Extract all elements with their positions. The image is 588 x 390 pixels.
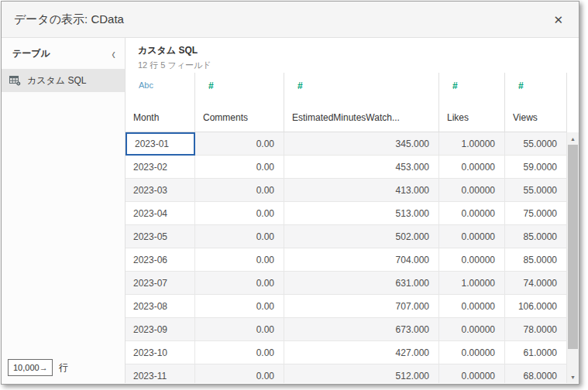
table-cell[interactable]: 427.000 (284, 341, 439, 364)
column-name: Views (513, 112, 560, 123)
number-type-icon: # (452, 81, 498, 91)
table-cell[interactable]: 0.00 (195, 132, 284, 156)
table-cell[interactable]: 85.0000 (505, 248, 567, 272)
table-cell[interactable]: 0.00000 (439, 248, 505, 272)
table-cell[interactable]: 453.000 (284, 156, 439, 179)
column-name: Month (133, 112, 188, 123)
table-cell[interactable]: 0.00 (195, 225, 284, 248)
table-cell[interactable]: 106.0000 (505, 295, 567, 318)
table-cell[interactable]: 2023-02 (126, 156, 195, 179)
table-cell[interactable]: 0.00000 (439, 318, 505, 341)
table-info-header: カスタム SQL 12 行 5 フィールド (126, 38, 579, 73)
table-cell[interactable]: 707.000 (284, 295, 439, 318)
titlebar: データの表示: CData ✕ (2, 2, 579, 38)
table-cell[interactable]: 0.00 (195, 272, 284, 295)
table-cell[interactable]: 2023-09 (126, 318, 195, 341)
table-cell[interactable]: 512.000 (284, 364, 439, 383)
number-type-icon: # (297, 81, 432, 91)
dialog-title: データの表示: CData (14, 12, 552, 27)
column-header-likes[interactable]: #Likes (439, 73, 505, 132)
apply-row-count-arrow-icon[interactable]: → (40, 364, 48, 372)
table-cell[interactable]: 59.0000 (505, 156, 567, 179)
table-cell[interactable]: 2023-08 (126, 295, 195, 318)
table-cell[interactable]: 61.0000 (505, 341, 567, 364)
table-cell[interactable]: 704.000 (284, 248, 439, 272)
table-cell[interactable]: 0.00 (195, 248, 284, 272)
table-row: 2023-010.00345.0001.0000055.0000 (126, 132, 567, 156)
table-cell[interactable]: 0.00000 (439, 295, 505, 318)
sidebar: テーブル ‹ (2, 38, 126, 383)
table-cell[interactable]: 502.000 (284, 225, 439, 248)
table-body: 2023-010.00345.0001.0000055.00002023-020… (126, 132, 567, 383)
table-cell[interactable]: 0.00000 (439, 202, 505, 225)
selected-cell[interactable]: 2023-01 (126, 132, 195, 156)
table-cell[interactable]: 2023-10 (126, 341, 195, 364)
table-cell[interactable]: 0.00000 (439, 364, 505, 383)
table-subtitle: 12 行 5 フィールド (138, 60, 579, 71)
column-name: EstimatedMinutesWatch... (292, 112, 432, 123)
table-cell[interactable]: 75.0000 (505, 202, 567, 225)
table-cell[interactable]: 55.0000 (505, 179, 567, 202)
table-row: 2023-020.00453.0000.0000059.0000 (126, 156, 567, 179)
row-count-input[interactable]: 10,000 → (8, 359, 53, 376)
sidebar-header: テーブル ‹ (2, 38, 125, 69)
scroll-up-icon[interactable]: ▲ (567, 132, 579, 145)
column-header-month[interactable]: AbcMonth (126, 73, 195, 132)
column-header-comments[interactable]: #Comments (195, 73, 284, 132)
table-cell[interactable]: 631.000 (284, 272, 439, 295)
table-cell[interactable]: 55.0000 (505, 132, 567, 156)
column-header-estimatedminuteswatch-[interactable]: #EstimatedMinutesWatch... (284, 73, 439, 132)
table-row: 2023-090.00673.0000.0000078.0000 (126, 318, 567, 341)
table-cell[interactable]: 413.000 (284, 179, 439, 202)
table-cell[interactable]: 345.000 (284, 132, 439, 156)
table-cell[interactable]: 0.00 (195, 156, 284, 179)
table-cell[interactable]: 1.00000 (439, 272, 505, 295)
table-cell[interactable]: 2023-07 (126, 272, 195, 295)
table-cell[interactable]: 0.00 (195, 318, 284, 341)
table-cell[interactable]: 0.00 (195, 179, 284, 202)
sidebar-header-label: テーブル (12, 47, 112, 60)
number-type-icon: # (518, 81, 560, 91)
table-cell[interactable]: 0.00 (195, 364, 284, 383)
table-row: 2023-040.00513.0000.0000075.0000 (126, 202, 567, 225)
table-cell[interactable]: 2023-05 (126, 225, 195, 248)
table-cell[interactable]: 0.00 (195, 341, 284, 364)
column-name: Comments (203, 112, 277, 123)
table-row: 2023-060.00704.0000.0000085.0000 (126, 248, 567, 272)
table-cell[interactable]: 513.000 (284, 202, 439, 225)
column-name: Likes (447, 112, 498, 123)
sidebar-item-custom-sql[interactable]: カスタム SQL (2, 69, 125, 92)
column-header-views[interactable]: #Views (505, 73, 567, 132)
table-cell[interactable]: 74.0000 (505, 272, 567, 295)
sidebar-item-label: カスタム SQL (27, 74, 86, 87)
table-cell[interactable]: 0.00000 (439, 341, 505, 364)
table-cell[interactable]: 0.00000 (439, 225, 505, 248)
table-title: カスタム SQL (138, 44, 579, 57)
table-cell[interactable]: 1.00000 (439, 132, 505, 156)
data-grid-columns: AbcMonth#Comments#EstimatedMinutesWatch.… (126, 73, 567, 383)
table-cell[interactable]: 0.00 (195, 295, 284, 318)
table-cell[interactable]: 78.0000 (505, 318, 567, 341)
table-gear-icon (9, 75, 21, 86)
table-cell[interactable]: 0.00000 (439, 156, 505, 179)
table-row: 2023-110.00512.0000.0000068.0000 (126, 364, 567, 383)
table-cell[interactable]: 0.00 (195, 202, 284, 225)
table-cell[interactable]: 2023-04 (126, 202, 195, 225)
table-cell[interactable]: 68.0000 (505, 364, 567, 383)
vertical-scrollbar[interactable]: ▲ ▼ (567, 132, 579, 383)
collapse-sidebar-icon[interactable]: ‹ (112, 46, 115, 61)
data-grid: AbcMonth#Comments#EstimatedMinutesWatch.… (126, 73, 579, 383)
string-type-icon: Abc (139, 81, 188, 90)
table-cell[interactable]: 2023-11 (126, 364, 195, 383)
scroll-down-icon[interactable]: ▼ (567, 371, 579, 383)
table-cell[interactable]: 85.0000 (505, 225, 567, 248)
table-row: 2023-030.00413.0000.0000055.0000 (126, 179, 567, 202)
table-cell[interactable]: 2023-03 (126, 179, 195, 202)
table-cell[interactable]: 0.00000 (439, 179, 505, 202)
table-cell[interactable]: 2023-06 (126, 248, 195, 272)
table-cell[interactable]: 673.000 (284, 318, 439, 341)
main-panel: カスタム SQL 12 行 5 フィールド AbcMonth#Comments#… (126, 38, 579, 383)
table-row: 2023-080.00707.0000.00000106.0000 (126, 295, 567, 318)
scrollbar-thumb[interactable] (568, 145, 578, 349)
close-icon[interactable]: ✕ (552, 12, 565, 27)
